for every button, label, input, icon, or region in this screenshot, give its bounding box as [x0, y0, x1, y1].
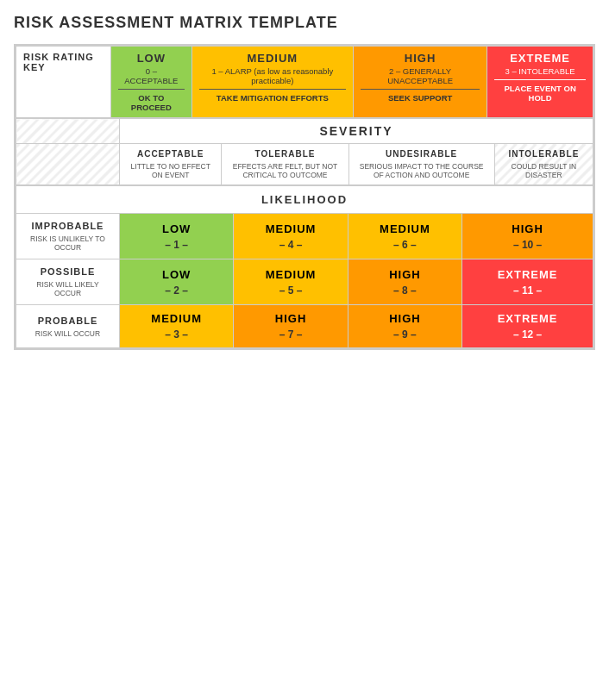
matrix-cell-5: MEDIUM – 5 –: [234, 259, 348, 305]
matrix-cell-4: MEDIUM – 4 –: [234, 214, 348, 259]
severity-col-intolerable: INTOLERABLE COULD RESULT IN DISASTER: [494, 144, 593, 185]
extreme-header: EXTREME: [494, 52, 586, 65]
matrix-cell-10: HIGH – 10 –: [462, 214, 593, 259]
extreme-sub: 3 – INTOLERABLE: [494, 66, 586, 76]
matrix-cell-8: HIGH – 8 –: [348, 259, 461, 305]
high-header: HIGH: [361, 52, 480, 65]
matrix-cell-1: LOW – 1 –: [120, 214, 234, 259]
matrix-cell-9: HIGH – 9 –: [348, 305, 461, 348]
severity-header: SEVERITY: [120, 119, 593, 144]
matrix-cell-7: HIGH – 7 –: [234, 305, 348, 348]
rating-key-label: RISK RATING KEY: [16, 47, 111, 118]
high-action: SEEK SUPPORT: [361, 93, 480, 103]
acceptable-title: ACCEPTABLE: [127, 149, 214, 159]
low-header: LOW: [118, 52, 185, 65]
rating-low-cell: LOW 0 – ACCEPTABLE OK TO PROCEED: [111, 47, 192, 118]
table-row: PROBABLE RISK WILL OCCUR MEDIUM – 3 – HI…: [16, 305, 593, 348]
extreme-action: PLACE EVENT ON HOLD: [494, 84, 586, 103]
severity-col-undesirable: UNDESIRABLE SERIOUS IMPACT TO THE COURSE…: [348, 144, 494, 185]
tolerable-title: TOLERABLE: [229, 149, 341, 159]
matrix-cell-2: LOW – 2 –: [120, 259, 234, 305]
low-sub: 0 – ACCEPTABLE: [118, 66, 185, 85]
severity-col-tolerable: TOLERABLE EFFECTS ARE FELT, BUT NOT CRIT…: [222, 144, 348, 185]
medium-sub: 1 – ALARP (as low as reasonably practica…: [199, 66, 346, 85]
medium-header: MEDIUM: [199, 52, 346, 65]
severity-hatch-left: [16, 144, 120, 185]
high-sub: 2 – GENERALLY UNACCEPTABLE: [361, 66, 480, 85]
table-row: IMPROBABLE RISK IS UNLIKELY TO OCCUR LOW…: [16, 214, 593, 259]
matrix-cell-3: MEDIUM – 3 –: [120, 305, 234, 348]
probable-label: PROBABLE RISK WILL OCCUR: [16, 305, 120, 348]
tolerable-desc: EFFECTS ARE FELT, BUT NOT CRITICAL TO OU…: [229, 162, 341, 179]
rating-extreme-cell: EXTREME 3 – INTOLERABLE PLACE EVENT ON H…: [487, 47, 593, 118]
undesirable-desc: SERIOUS IMPACT TO THE COURSE OF ACTION A…: [356, 162, 487, 179]
matrix-cell-6: MEDIUM – 6 –: [348, 214, 461, 259]
low-action: OK TO PROCEED: [118, 93, 185, 112]
severity-hatch-top: [16, 119, 120, 144]
possible-label: POSSIBLE RISK WILL LIKELY OCCUR: [16, 259, 120, 305]
page-title: RISK ASSESSMENT MATRIX TEMPLATE: [14, 14, 595, 32]
acceptable-desc: LITTLE TO NO EFFECT ON EVENT: [127, 162, 214, 179]
intolerable-title: INTOLERABLE: [502, 149, 586, 159]
table-row: POSSIBLE RISK WILL LIKELY OCCUR LOW – 2 …: [16, 259, 593, 305]
medium-action: TAKE MITIGATION EFFORTS: [199, 93, 346, 103]
intolerable-desc: COULD RESULT IN DISASTER: [502, 162, 586, 179]
rating-high-cell: HIGH 2 – GENERALLY UNACCEPTABLE SEEK SUP…: [354, 47, 487, 118]
matrix-cell-11: EXTREME – 11 –: [462, 259, 593, 305]
rating-medium-cell: MEDIUM 1 – ALARP (as low as reasonably p…: [191, 47, 353, 118]
matrix-cell-12: EXTREME – 12 –: [462, 305, 593, 348]
severity-col-acceptable: ACCEPTABLE LITTLE TO NO EFFECT ON EVENT: [120, 144, 222, 185]
undesirable-title: UNDESIRABLE: [356, 149, 487, 159]
likelihood-header: LIKELIHOOD: [16, 186, 593, 214]
improbable-label: IMPROBABLE RISK IS UNLIKELY TO OCCUR: [16, 214, 120, 259]
